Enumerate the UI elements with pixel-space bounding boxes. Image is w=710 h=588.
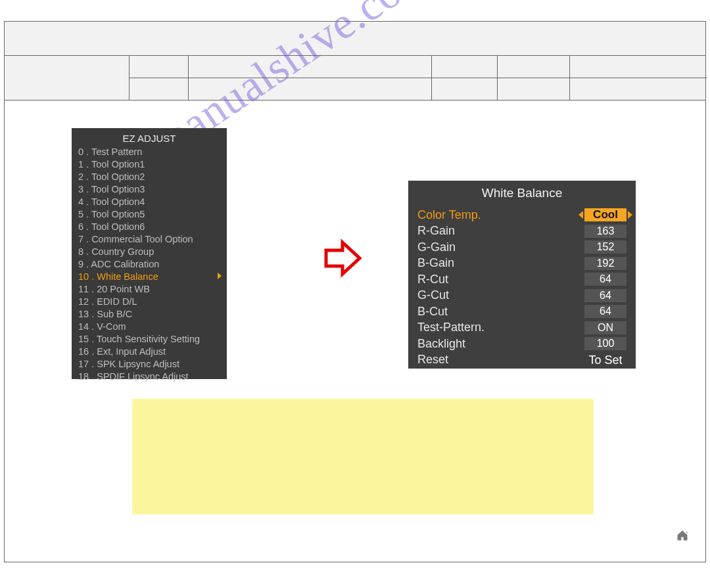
white-balance-value[interactable]: To Set [584, 353, 627, 367]
ez-adjust-item[interactable]: 10 . White Balance [78, 271, 220, 283]
header-title-row [5, 22, 705, 56]
ez-adjust-item[interactable]: 17 . SPK Lipsync Adjust [78, 358, 220, 371]
white-balance-label: B-Gain [417, 256, 454, 270]
ez-adjust-item[interactable]: 7 . Commercial Tool Option [78, 233, 220, 246]
white-balance-row[interactable]: Test-Pattern.ON [417, 320, 627, 336]
ez-adjust-item[interactable]: 4 . Tool Option4 [78, 196, 220, 208]
header-cell [189, 56, 432, 78]
white-balance-value[interactable]: 64 [584, 305, 627, 318]
header-area [5, 22, 705, 101]
white-balance-row[interactable]: G-Gain152 [417, 239, 627, 256]
ez-adjust-item[interactable]: 9 . ADC Calibration [78, 258, 220, 271]
white-balance-value[interactable]: 64 [584, 273, 627, 286]
white-balance-label: G-Cut [417, 288, 449, 302]
white-balance-label: Test-Pattern. [417, 321, 485, 334]
ez-adjust-item[interactable]: 0 . Test Pattern [78, 146, 220, 158]
home-icon[interactable] [675, 529, 690, 542]
right-arrow-icon [323, 238, 362, 278]
white-balance-row[interactable]: ResetTo Set [417, 352, 627, 369]
white-balance-value[interactable]: ON [584, 321, 627, 334]
white-balance-value[interactable]: 152 [584, 240, 627, 254]
white-balance-label: B-Cut [417, 305, 448, 319]
white-balance-row[interactable]: R-Cut64 [417, 271, 627, 288]
white-balance-label: Backlight [417, 337, 465, 351]
ez-adjust-item[interactable]: 8 . Country Group [78, 246, 220, 258]
chevron-right-icon [218, 273, 222, 279]
ez-adjust-item[interactable]: 6 . Tool Option6 [78, 221, 220, 233]
header-cell [130, 78, 189, 101]
note-box [132, 399, 594, 514]
white-balance-label: Color Temp. [417, 208, 481, 222]
ez-adjust-item[interactable]: 14 . V-Com [78, 321, 220, 333]
ez-adjust-item[interactable]: 11 . 20 Point WB [78, 283, 220, 296]
header-cell [5, 56, 130, 101]
header-cell [498, 78, 570, 101]
white-balance-row[interactable]: R-Gain163 [417, 223, 627, 240]
ez-adjust-item[interactable]: 3 . Tool Option3 [78, 183, 220, 196]
content-area: manualshive.com EZ ADJUST 0 . Test Patte… [5, 101, 705, 562]
ez-adjust-item[interactable]: 13 . Sub B/C [78, 308, 220, 321]
ez-adjust-item[interactable]: 1 . Tool Option1 [78, 158, 220, 171]
header-grid [5, 56, 705, 101]
header-cell [432, 78, 498, 101]
ez-adjust-title: EZ ADJUST [78, 132, 220, 145]
white-balance-label: R-Cut [417, 273, 448, 286]
document-page: manualshive.com EZ ADJUST 0 . Test Patte… [4, 21, 706, 562]
white-balance-row[interactable]: B-Gain192 [417, 256, 627, 272]
white-balance-value[interactable]: 64 [584, 289, 627, 302]
header-cell [432, 56, 498, 78]
header-cell [570, 78, 707, 101]
white-balance-label: Reset [417, 353, 448, 367]
white-balance-value[interactable]: 192 [584, 257, 627, 270]
white-balance-value[interactable]: 100 [584, 337, 627, 350]
white-balance-value[interactable]: Cool [584, 208, 627, 221]
header-cell [570, 56, 707, 78]
white-balance-row[interactable]: B-Cut64 [417, 304, 627, 320]
header-cell [498, 56, 570, 78]
ez-adjust-item[interactable]: 5 . Tool Option5 [78, 208, 220, 221]
white-balance-row[interactable]: Color Temp.Cool [417, 207, 627, 223]
ez-adjust-menu[interactable]: EZ ADJUST 0 . Test Pattern1 . Tool Optio… [72, 128, 227, 379]
ez-adjust-item[interactable]: 18 . SPDIF Lipsync Adjust [78, 371, 220, 383]
white-balance-row[interactable]: Backlight100 [417, 336, 627, 352]
ez-adjust-item[interactable]: 16 . Ext, Input Adjust [78, 346, 220, 358]
white-balance-title: White Balance [417, 186, 627, 200]
ez-adjust-item[interactable]: 15 . Touch Sensitivity Setting [78, 333, 220, 346]
white-balance-value[interactable]: 163 [584, 225, 627, 238]
ez-adjust-item[interactable]: 2 . Tool Option2 [78, 171, 220, 183]
header-cell [189, 78, 432, 101]
white-balance-row[interactable]: G-Cut64 [417, 288, 627, 304]
white-balance-menu[interactable]: White Balance Color Temp.CoolR-Gain163G-… [408, 181, 636, 369]
white-balance-label: R-Gain [417, 224, 455, 238]
header-cell [130, 56, 189, 78]
white-balance-label: G-Gain [417, 240, 456, 254]
ez-adjust-item[interactable]: 12 . EDID D/L [78, 296, 220, 308]
